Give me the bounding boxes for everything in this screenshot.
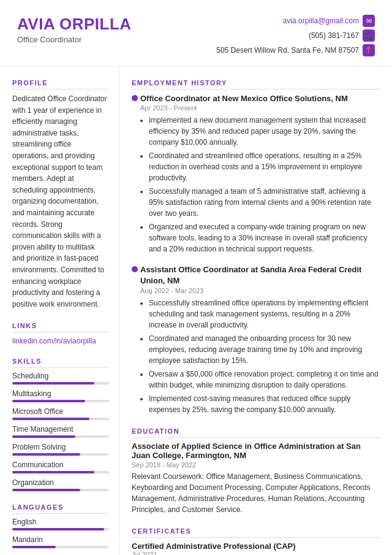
- header: AVIA ORPILLA Office Coordinator avia.orp…: [0, 0, 392, 67]
- employment-section: EMPLOYMENT HISTORY Office Coordinator at…: [132, 79, 380, 415]
- skill-name: Time Management: [12, 425, 109, 434]
- body: PROFILE Dedicated Office Coordinator wit…: [0, 67, 392, 555]
- bullet-item: Coordinated and streamlined office opera…: [149, 150, 380, 183]
- skill-name: Organization: [12, 478, 109, 487]
- skill-bar-fill: [12, 382, 94, 385]
- education-title: EDUCATION: [132, 427, 380, 438]
- skills-title: SKILLS: [12, 358, 109, 368]
- language-item: English: [12, 518, 109, 530]
- skill-bar-fill: [12, 453, 80, 456]
- email-link[interactable]: avia.orpilla@gmail.com: [283, 17, 359, 25]
- skills-list: Scheduling Multitasking Microsoft Office…: [12, 372, 109, 491]
- language-name: Mandarin: [12, 535, 109, 544]
- job-item: Office Coordinator at New Mexico Office …: [132, 93, 380, 255]
- job-dot: [132, 266, 138, 272]
- jobs-list: Office Coordinator at New Mexico Office …: [132, 93, 380, 415]
- bullet-item: Implemented a new document management sy…: [149, 115, 380, 148]
- links-title: LINKS: [12, 322, 109, 332]
- right-column: EMPLOYMENT HISTORY Office Coordinator at…: [119, 67, 392, 555]
- job-bullets: Implemented a new document management sy…: [140, 115, 380, 255]
- certificates-title: CERTIFICATES: [132, 527, 380, 538]
- job-title: Office Coordinator at New Mexico Office …: [140, 93, 380, 104]
- skill-bar-fill: [12, 489, 80, 491]
- header-right: avia.orpilla@gmail.com ✉ (505) 381-7167 …: [216, 15, 375, 56]
- skill-name: Communication: [12, 461, 109, 469]
- skill-bar-bg: [12, 489, 109, 491]
- phone-text: (505) 381-7167: [309, 31, 359, 40]
- link-item: linkedin.com/in/aviaorpilla: [12, 336, 109, 345]
- address-text: 505 Desert Willow Rd, Santa Fe, NM 87507: [216, 46, 359, 55]
- skill-item: Communication: [12, 461, 109, 473]
- address-row: 505 Desert Willow Rd, Santa Fe, NM 87507…: [216, 44, 375, 56]
- education-section: EDUCATION Associate of Applied Science i…: [132, 427, 380, 515]
- skill-bar-fill: [12, 471, 94, 473]
- skill-name: Problem Solving: [12, 443, 109, 451]
- language-bar-bg: [12, 528, 109, 530]
- email-icon: ✉: [363, 15, 375, 27]
- edu-list: Associate of Applied Science in Office A…: [132, 442, 380, 515]
- cert-list: Certified Administrative Professional (C…: [132, 542, 380, 555]
- edu-date: Sep 2018 - May 2022: [132, 461, 380, 469]
- email-row: avia.orpilla@gmail.com ✉: [283, 15, 375, 27]
- edu-title: Associate of Applied Science in Office A…: [132, 442, 380, 460]
- profile-section: PROFILE Dedicated Office Coordinator wit…: [12, 79, 109, 310]
- bullet-item: Organized and executed a company-wide tr…: [149, 221, 380, 255]
- bullet-item: Coordinated and managed the onboarding p…: [149, 333, 380, 366]
- candidate-title: Office Coordinator: [17, 35, 132, 44]
- job-dot: [132, 95, 138, 101]
- skill-bar-fill: [12, 435, 75, 438]
- certificates-section: CERTIFICATES Certified Administrative Pr…: [132, 527, 380, 555]
- language-bar-fill: [12, 546, 56, 548]
- skill-bar-bg: [12, 382, 109, 385]
- phone-icon: 📞: [363, 29, 375, 42]
- language-item: Mandarin: [12, 535, 109, 548]
- skill-item: Time Management: [12, 425, 109, 438]
- links-section: LINKS linkedin.com/in/aviaorpilla: [12, 322, 109, 345]
- cert-title: Certified Administrative Professional (C…: [132, 542, 380, 551]
- skill-bar-fill: [12, 418, 89, 420]
- linkedin-link[interactable]: linkedin.com/in/aviaorpilla: [12, 337, 96, 345]
- skill-bar-bg: [12, 400, 109, 402]
- phone-row: (505) 381-7167 📞: [309, 29, 375, 42]
- profile-text: Dedicated Office Coordinator with 1 year…: [12, 93, 109, 310]
- skill-bar-bg: [12, 418, 109, 420]
- edu-text: Relevant Coursework: Office Management, …: [132, 471, 380, 515]
- skill-name: Multitasking: [12, 389, 109, 398]
- bullet-item: Implemented cost-saving measures that re…: [149, 393, 380, 415]
- location-icon: 📍: [363, 44, 375, 56]
- edu-item: Associate of Applied Science in Office A…: [132, 442, 380, 515]
- employment-title: EMPLOYMENT HISTORY: [132, 79, 380, 90]
- job-item: Assistant Office Coordinator at Sandia A…: [132, 264, 380, 415]
- skill-name: Scheduling: [12, 372, 109, 380]
- cert-item: Certified Administrative Professional (C…: [132, 542, 380, 555]
- skill-name: Microsoft Office: [12, 407, 109, 416]
- bullet-item: Successfully managed a team of 5 adminis…: [149, 186, 380, 219]
- languages-title: LANGUAGES: [12, 503, 109, 514]
- skill-item: Organization: [12, 478, 109, 491]
- language-bar-fill: [12, 528, 104, 530]
- job-date: Aug 2022 - Mar 2023: [140, 287, 380, 294]
- skill-item: Multitasking: [12, 389, 109, 402]
- skills-section: SKILLS Scheduling Multitasking Microsoft…: [12, 358, 109, 491]
- skill-bar-fill: [12, 400, 85, 402]
- bullet-item: Oversaw a $50,000 office renovation proj…: [149, 369, 380, 391]
- resume-container: AVIA ORPILLA Office Coordinator avia.orp…: [0, 0, 392, 555]
- language-name: English: [12, 518, 109, 526]
- skill-item: Microsoft Office: [12, 407, 109, 420]
- skill-item: Scheduling: [12, 372, 109, 385]
- job-date: Apr 2023 - Present: [140, 104, 380, 112]
- skill-bar-bg: [12, 435, 109, 438]
- skill-bar-bg: [12, 471, 109, 473]
- language-bar-bg: [12, 546, 109, 548]
- candidate-name: AVIA ORPILLA: [17, 15, 132, 34]
- header-left: AVIA ORPILLA Office Coordinator: [17, 15, 132, 44]
- skill-item: Problem Solving: [12, 443, 109, 456]
- job-bullets: Successfully streamlined office operatio…: [140, 297, 380, 415]
- profile-title: PROFILE: [12, 79, 109, 90]
- languages-list: English Mandarin: [12, 518, 109, 548]
- cert-date: Jul 2021: [132, 551, 380, 555]
- languages-section: LANGUAGES English Mandarin: [12, 503, 109, 548]
- job-title: Assistant Office Coordinator at Sandia A…: [140, 264, 380, 286]
- bullet-item: Successfully streamlined office operatio…: [149, 297, 380, 331]
- left-column: PROFILE Dedicated Office Coordinator wit…: [0, 67, 119, 555]
